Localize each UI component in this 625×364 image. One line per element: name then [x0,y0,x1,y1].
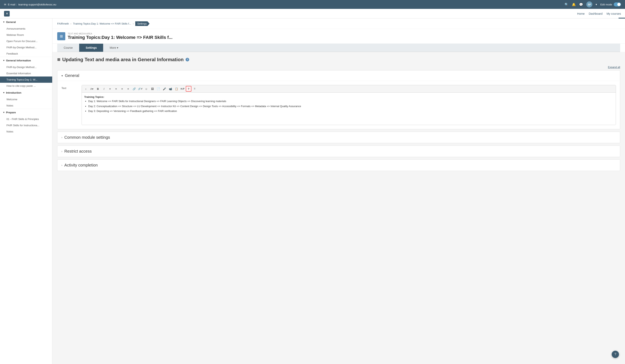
sidebar: ▾ General Announcements Webinar Room Ope… [0,19,52,364]
toolbar-btn-link[interactable]: 🔗 [131,86,137,92]
bell-icon[interactable]: 🔔 [572,3,576,6]
sidebar-section-prepare[interactable]: ▾ Prepare [0,109,52,116]
chevron-down-icon: ▾ [62,74,63,77]
nav-home[interactable]: Home [577,12,585,15]
settings-content: ⊞ Updating Text and media area in Genera… [52,52,625,178]
restrict-access-title: Restrict access [64,149,92,154]
expand-all-button[interactable]: Expand all [608,66,620,69]
activity-completion-section[interactable]: › Activity completion [57,160,620,171]
editor-toolbar: ↕ A▾ B I ≡ ≡ ≡ ≡ 🔗 🔗✗ ☺ [82,85,616,93]
activity-completion-title: Activity completion [64,163,98,168]
page-title-text: TEXT AND MEDIA AREA Training Topics:Day … [68,33,172,40]
page-title: Training Topics:Day 1: Welcome => FAIR S… [68,35,172,40]
email-value: learning-support@skills4eosc.eu [18,3,56,6]
chat-icon[interactable]: 💬 [579,3,583,6]
settings-icon: ⊞ [57,57,60,62]
avatar[interactable]: SF [586,1,592,7]
editor-body[interactable]: Training Topics: Day 1: Welcome => FAIR … [82,93,616,125]
sidebar-item-welcome[interactable]: Welcome [0,96,52,103]
form-row-text: Text [62,85,616,125]
email-label: E-mail : [8,3,17,6]
toolbar-btn-image[interactable]: 🖼 [150,86,155,92]
sidebar-item[interactable]: Open Forum for Discussi... [0,38,52,44]
sidebar-section-general-information-label: General Information [6,59,31,62]
toolbar-btn-unlink[interactable]: 🔗✗ [137,86,143,92]
toolbar-btn-more[interactable]: ⠿ [192,86,197,92]
breadcrumb-training-topics[interactable]: Training Topics:Day 1: Welcome => FAIR S… [73,22,131,25]
sidebar-section-introduction[interactable]: ▾ Introduction [0,89,52,96]
chevron-right-icon: › [62,164,62,167]
list-item: Day 2: Conceptualization => Structure =>… [88,104,613,109]
toolbar-btn-italic[interactable]: I [101,86,107,92]
chevron-down-icon: ▾ [3,111,4,114]
sidebar-item[interactable]: Announcements [0,26,52,32]
sidebar-section-prepare-label: Prepare [6,111,16,114]
sidebar-item-feedback[interactable]: Feedback [0,51,52,57]
sidebar-section-general[interactable]: ▾ General [0,19,52,26]
toolbar-btn-format[interactable]: ↕ [83,86,89,92]
main-layout: ▾ General Announcements Webinar Room Ope… [0,19,625,364]
sidebar-item[interactable]: FAIR-by-Design Method... [0,64,52,70]
sidebar-item[interactable]: FAIR Skills for Instructiona... [0,122,52,128]
toolbar-btn-help[interactable]: ? [186,86,191,92]
sidebar-item-notes[interactable]: Notes [0,103,52,109]
toolbar-btn-outdent[interactable]: ≡ [119,86,125,92]
list-item: Day 3: Depositing => Versioning => Feedb… [88,109,613,113]
toolbar-btn-emoji[interactable]: ☺ [143,86,149,92]
breadcrumb-fairmeth[interactable]: FAIRmeth [57,22,69,25]
toolbar-btn-ol[interactable]: ≡ [113,86,119,92]
secondbar: ✕ Home Dashboard My courses ◀ [0,9,625,19]
toolbar-btn-audio[interactable]: 🎤 [162,86,167,92]
section-help-icon[interactable]: ? [186,58,189,61]
sidebar-item-training-topics[interactable]: Training Topics:Day 1: W... [0,77,52,83]
tabs-container: Course Settings More ▾ [52,44,625,52]
toolbar-btn-bold[interactable]: B [95,86,101,92]
toolbar-btn-table[interactable]: 📋 [174,86,179,92]
toolbar-btn-file[interactable]: 📄 [156,86,161,92]
tab-settings[interactable]: Settings [79,44,103,52]
sidebar-item-essential-information[interactable]: Essential Information [0,70,52,77]
topbar: ✉ E-mail : learning-support@skills4eosc.… [0,0,625,9]
sidebar-item[interactable]: 01 - FAIR Skills & Principles [0,116,52,122]
expand-all-row: Expand all [57,66,620,69]
page-title-area: ⊞ TEXT AND MEDIA AREA Training Topics:Da… [52,29,625,44]
chevron-down-icon: ▾ [3,21,4,23]
close-button[interactable]: ✕ [4,11,10,17]
toolbar-btn-video[interactable]: 📹 [168,86,173,92]
tab-more-chevron-icon: ▾ [117,46,118,49]
help-bubble-button[interactable]: ? [612,351,619,358]
toolbar-btn-hp[interactable]: H-P [180,86,185,92]
editor-bullet-list: Day 1: Welcome => FAIR Skills for Instru… [84,99,613,113]
common-module-settings-section[interactable]: › Common module settings [57,132,620,143]
breadcrumb-separator: › [133,22,134,25]
restrict-access-section[interactable]: › Restrict access [57,145,620,157]
breadcrumb-settings: Settings [135,21,150,26]
sidebar-item[interactable]: FAIR-by-Design Method... [0,44,52,51]
editor-container: ↕ A▾ B I ≡ ≡ ≡ ≡ 🔗 🔗✗ ☺ [82,85,616,125]
edit-mode-toggle[interactable] [614,2,621,6]
list-item: Day 1: Welcome => FAIR Skills for Instru… [88,99,613,104]
sidebar-section-general-information[interactable]: ▾ General Information [0,57,52,64]
main-content: FAIRmeth › Training Topics:Day 1: Welcom… [52,19,625,364]
form-label-text: Text [62,85,78,90]
sidebar-item[interactable]: Webinar Room [0,32,52,38]
tabs: Course Settings More ▾ [57,44,620,52]
edit-mode-label: Edit mode [600,3,612,6]
toolbar-btn-font[interactable]: A▾ [89,86,95,92]
sidebar-item[interactable]: How to cite:copy paste ... [0,83,52,89]
editor-heading: Training Topics: [84,95,104,98]
tab-more[interactable]: More ▾ [103,44,125,52]
secondbar-nav: Home Dashboard My courses [577,12,621,15]
nav-my-courses[interactable]: My courses [606,12,621,15]
tab-course[interactable]: Course [57,44,79,52]
nav-dashboard[interactable]: Dashboard [589,12,603,15]
topbar-email-area: ✉ E-mail : learning-support@skills4eosc.… [4,3,56,6]
toolbar-btn-ul[interactable]: ≡ [107,86,113,92]
search-icon[interactable]: 🔍 [564,3,569,6]
general-collapsible-title: General [65,73,79,78]
avatar-chevron-icon[interactable]: ▾ [595,3,597,6]
toolbar-btn-indent[interactable]: ≡ [125,86,131,92]
sidebar-item-notes-prepare[interactable]: Notes [0,128,52,135]
general-collapsible-body: Text [58,81,620,129]
general-collapsible-header[interactable]: ▾ General [58,70,620,81]
